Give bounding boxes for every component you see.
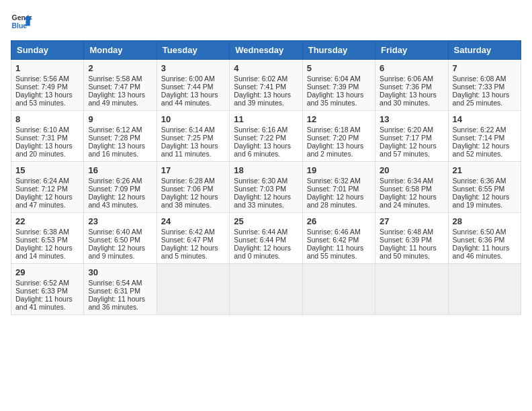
day-info-line: Daylight: 13 hours	[453, 91, 517, 99]
day-info-line: and 20 minutes.	[15, 150, 79, 158]
day-info-line: Sunrise: 6:04 AM	[307, 75, 371, 83]
day-number: 19	[307, 165, 371, 175]
day-number: 11	[234, 114, 298, 124]
calendar-cell: 21Sunrise: 6:36 AMSunset: 6:55 PMDayligh…	[448, 162, 521, 213]
calendar-cell: 30Sunrise: 6:54 AMSunset: 6:31 PMDayligh…	[84, 264, 157, 315]
day-info-line: Sunset: 6:42 PM	[307, 236, 371, 244]
day-info-line: Sunrise: 6:12 AM	[88, 126, 152, 134]
day-info-line: Sunset: 7:17 PM	[380, 134, 443, 142]
day-info-line: Sunset: 7:01 PM	[307, 185, 371, 193]
day-info-line: and 57 minutes.	[380, 150, 443, 158]
day-info-line: Sunset: 7:28 PM	[88, 134, 152, 142]
logo: General Blue	[11, 11, 32, 32]
day-number: 17	[161, 165, 225, 175]
day-info-line: Daylight: 11 hours	[15, 295, 79, 303]
day-info-line: and 43 minutes.	[88, 201, 152, 209]
day-info-line: Daylight: 12 hours	[234, 193, 298, 201]
calendar-cell: 25Sunrise: 6:44 AMSunset: 6:44 PMDayligh…	[230, 213, 302, 264]
day-info-line: Sunrise: 6:26 AM	[88, 177, 152, 185]
calendar-cell: 20Sunrise: 6:34 AMSunset: 6:58 PMDayligh…	[375, 162, 448, 213]
calendar-cell	[157, 264, 229, 315]
day-info-line: Daylight: 12 hours	[15, 193, 79, 201]
calendar-cell: 14Sunrise: 6:22 AMSunset: 7:14 PMDayligh…	[448, 111, 521, 162]
calendar-table: SundayMondayTuesdayWednesdayThursdayFrid…	[11, 40, 521, 315]
day-number: 26	[307, 216, 371, 226]
day-info-line: Daylight: 11 hours	[307, 244, 371, 252]
day-info-line: and 9 minutes.	[88, 252, 152, 260]
calendar-cell	[302, 264, 375, 315]
calendar-week-row: 29Sunrise: 6:52 AMSunset: 6:33 PMDayligh…	[11, 264, 521, 315]
day-info-line: Sunrise: 6:48 AM	[380, 228, 443, 236]
day-info-line: Sunset: 7:39 PM	[307, 83, 371, 91]
calendar-cell	[448, 264, 521, 315]
day-number: 7	[453, 63, 517, 73]
calendar-cell: 23Sunrise: 6:40 AMSunset: 6:50 PMDayligh…	[84, 213, 157, 264]
day-info-line: Sunrise: 6:02 AM	[234, 75, 298, 83]
day-info-line: Daylight: 11 hours	[453, 244, 517, 252]
day-info-line: Daylight: 13 hours	[15, 142, 79, 150]
day-info-line: Daylight: 13 hours	[88, 91, 152, 99]
day-info-line: Sunrise: 6:32 AM	[307, 177, 371, 185]
day-number: 23	[88, 216, 152, 226]
calendar-cell: 8Sunrise: 6:10 AMSunset: 7:31 PMDaylight…	[11, 111, 84, 162]
day-info-line: and 55 minutes.	[307, 252, 371, 260]
day-info-line: Daylight: 12 hours	[453, 142, 517, 150]
day-info-line: Daylight: 12 hours	[88, 193, 152, 201]
day-info-line: Sunset: 7:25 PM	[161, 134, 225, 142]
day-info-line: and 53 minutes.	[15, 99, 79, 107]
svg-text:Blue: Blue	[12, 22, 28, 30]
calendar-cell: 17Sunrise: 6:28 AMSunset: 7:06 PMDayligh…	[157, 162, 229, 213]
day-info-line: Daylight: 12 hours	[307, 193, 371, 201]
day-info-line: Sunrise: 6:42 AM	[161, 228, 225, 236]
calendar-cell: 18Sunrise: 6:30 AMSunset: 7:03 PMDayligh…	[230, 162, 302, 213]
day-info-line: Daylight: 13 hours	[307, 142, 371, 150]
day-number: 5	[307, 63, 371, 73]
day-info-line: and 16 minutes.	[88, 150, 152, 158]
day-number: 27	[380, 216, 443, 226]
day-info-line: Sunset: 6:36 PM	[453, 236, 517, 244]
day-info-line: Sunrise: 6:24 AM	[15, 177, 79, 185]
day-info-line: Daylight: 12 hours	[15, 244, 79, 252]
weekday-header-sunday: Sunday	[11, 41, 84, 60]
calendar-cell: 29Sunrise: 6:52 AMSunset: 6:33 PMDayligh…	[11, 264, 84, 315]
calendar-header-row: SundayMondayTuesdayWednesdayThursdayFrid…	[11, 41, 521, 60]
day-info-line: Daylight: 13 hours	[307, 91, 371, 99]
day-info-line: Daylight: 12 hours	[161, 193, 225, 201]
calendar-cell: 4Sunrise: 6:02 AMSunset: 7:41 PMDaylight…	[230, 60, 302, 111]
calendar-week-row: 8Sunrise: 6:10 AMSunset: 7:31 PMDaylight…	[11, 111, 521, 162]
weekday-header-monday: Monday	[84, 41, 157, 60]
weekday-header-saturday: Saturday	[448, 41, 521, 60]
day-number: 24	[161, 216, 225, 226]
weekday-header-wednesday: Wednesday	[230, 41, 302, 60]
calendar-cell	[375, 264, 448, 315]
day-info-line: Daylight: 12 hours	[234, 244, 298, 252]
day-info-line: Sunset: 7:41 PM	[234, 83, 298, 91]
day-info-line: Sunrise: 6:30 AM	[234, 177, 298, 185]
day-number: 30	[88, 267, 152, 277]
day-info-line: Sunset: 7:44 PM	[161, 83, 225, 91]
calendar-week-row: 22Sunrise: 6:38 AMSunset: 6:53 PMDayligh…	[11, 213, 521, 264]
day-info-line: and 19 minutes.	[453, 201, 517, 209]
day-info-line: Sunset: 7:49 PM	[15, 83, 79, 91]
day-info-line: Sunset: 7:33 PM	[453, 83, 517, 91]
day-info-line: Sunset: 7:20 PM	[307, 134, 371, 142]
day-number: 4	[234, 63, 298, 73]
day-info-line: Sunset: 6:31 PM	[88, 287, 152, 295]
day-info-line: Sunrise: 6:18 AM	[307, 126, 371, 134]
calendar-cell	[230, 264, 302, 315]
day-info-line: and 2 minutes.	[307, 150, 371, 158]
day-info-line: Daylight: 13 hours	[161, 142, 225, 150]
day-info-line: and 0 minutes.	[234, 252, 298, 260]
day-info-line: and 52 minutes.	[453, 150, 517, 158]
day-info-line: Sunrise: 6:44 AM	[234, 228, 298, 236]
day-info-line: Sunset: 7:47 PM	[88, 83, 152, 91]
day-number: 16	[88, 165, 152, 175]
day-info-line: Sunset: 7:36 PM	[380, 83, 443, 91]
day-info-line: Sunset: 6:50 PM	[88, 236, 152, 244]
day-info-line: Sunset: 7:31 PM	[15, 134, 79, 142]
day-number: 25	[234, 216, 298, 226]
day-info-line: Daylight: 11 hours	[380, 244, 443, 252]
day-info-line: Sunrise: 6:40 AM	[88, 228, 152, 236]
calendar-cell: 27Sunrise: 6:48 AMSunset: 6:39 PMDayligh…	[375, 213, 448, 264]
day-info-line: Sunset: 6:55 PM	[453, 185, 517, 193]
